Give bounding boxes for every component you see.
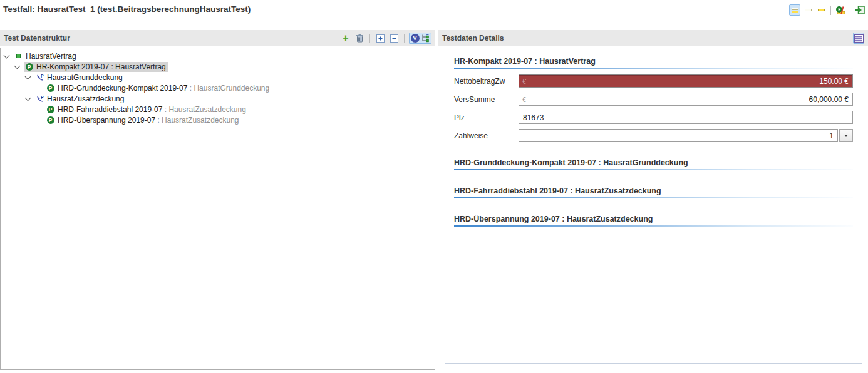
tree-item[interactable]: PHR-Kompakt 2019-07 : HausratVertrag xyxy=(1,61,435,72)
field-row: NettobeitragZw€150.00 € xyxy=(454,74,853,88)
tree-item-label: HausratGrunddeckung xyxy=(47,73,123,82)
field-row: Zahlweise1 xyxy=(454,129,853,142)
tree-item-content[interactable]: PHR-Kompakt 2019-07 : HausratVertrag xyxy=(24,62,168,72)
section-title: HRD-Fahrraddiebstahl 2019-07 : HausratZu… xyxy=(454,186,853,195)
toolbar-separator xyxy=(404,34,405,43)
tree-item-type: : HausratZusatzdeckung xyxy=(162,105,245,114)
tree-item[interactable]: PHRD-Fahrraddiebstahl 2019-07 : HausratZ… xyxy=(1,104,435,115)
tree-item-content[interactable]: PHRD-Grunddeckung-Kompakt 2019-07 : Haus… xyxy=(45,83,271,93)
field-label: VersSumme xyxy=(454,95,519,104)
policy-class-icon xyxy=(14,54,23,58)
section-underline xyxy=(454,169,853,170)
tree-item-label: HR-Kompakt 2019-07 xyxy=(36,63,109,71)
association-icon: P xyxy=(35,74,44,81)
toolbar-separator xyxy=(830,6,831,15)
field-value: 60,000.00 € xyxy=(519,95,852,104)
navigate-to-test-icon[interactable] xyxy=(854,4,865,16)
tree-item-content[interactable]: PHRD-Überspannung 2019-07 : HausratZusat… xyxy=(45,115,241,125)
currency-prefix: € xyxy=(522,78,526,85)
toolbar-separator xyxy=(850,6,850,15)
section-title: HR-Kompakt 2019-07 : HausratVertrag xyxy=(454,57,853,66)
section-title: HRD-Überspannung 2019-07 : HausratZusatz… xyxy=(454,215,853,223)
field-row: Plz81673 xyxy=(454,111,853,124)
chevron-down-icon xyxy=(844,135,848,137)
test-structure-panel: Test Datenstruktur +V HausratVertragPHR-… xyxy=(0,30,435,370)
title-separator xyxy=(0,24,868,24)
page-title: Testfall: HausratTest_1 (test.Beitragsbe… xyxy=(3,4,251,14)
chevron-down-icon[interactable] xyxy=(4,52,10,58)
field-value: 81673 xyxy=(519,113,852,122)
test-structure-title: Test Datenstruktur xyxy=(4,34,70,43)
tree-item-type: : HausratVertrag xyxy=(109,63,166,71)
tree-item[interactable]: PHausratZusatzdeckung xyxy=(1,93,435,104)
section-underline xyxy=(454,197,853,198)
field-value: 150.00 € xyxy=(519,77,852,86)
details-box: HR-Kompakt 2019-07 : HausratVertragNetto… xyxy=(445,48,862,364)
test-details-toolbar xyxy=(853,33,864,44)
tree-item-label: HRD-Fahrraddiebstahl 2019-07 xyxy=(58,105,162,114)
field-label: Plz xyxy=(454,113,519,122)
tree-item-content[interactable]: HausratVertrag xyxy=(13,51,78,61)
test-structure-toolbar: +V xyxy=(340,33,431,44)
nettobeitragzw-field[interactable]: €150.00 € xyxy=(519,74,853,88)
chevron-down-icon[interactable] xyxy=(25,95,31,101)
test-details-panel: Testdaten Details HR-Kompakt 2019-07 : H… xyxy=(438,30,868,364)
tree-item-type: : HausratZusatzdeckung xyxy=(155,116,239,125)
chevron-down-icon[interactable] xyxy=(25,73,31,79)
chevron-down-icon[interactable] xyxy=(14,63,21,69)
layout-split-icon[interactable] xyxy=(789,4,800,16)
test-details-header: Testdaten Details xyxy=(438,30,868,46)
tree-item-label: HRD-Überspannung 2019-07 xyxy=(58,116,155,125)
layout-bottom-pane-icon[interactable] xyxy=(815,4,827,16)
association-icon: P xyxy=(35,95,44,103)
tree-item[interactable]: PHRD-Grunddeckung-Kompakt 2019-07 : Haus… xyxy=(1,83,435,93)
section-title: HRD-Grunddeckung-Kompakt 2019-07 : Hausr… xyxy=(454,158,853,167)
expand-all-icon[interactable] xyxy=(375,33,386,44)
show-associations-icon[interactable] xyxy=(420,33,431,44)
svg-text:P: P xyxy=(41,74,44,78)
plz-field[interactable]: 81673 xyxy=(519,111,853,124)
tree-item-content[interactable]: PHRD-Fahrraddiebstahl 2019-07 : HausratZ… xyxy=(45,105,248,115)
product-cmpt-icon: P xyxy=(24,63,34,71)
field-label: NettobeitragZw xyxy=(454,77,519,86)
field-label: Zahlweise xyxy=(454,131,519,140)
delete-icon[interactable] xyxy=(354,33,365,44)
test-structure-tree: HausratVertragPHR-Kompakt 2019-07 : Haus… xyxy=(0,48,435,370)
product-cmpt-icon: P xyxy=(46,84,55,92)
window-toolbar xyxy=(789,4,865,16)
verssumme-field[interactable]: €60,000.00 € xyxy=(519,93,853,106)
toolbar-separator xyxy=(369,34,370,43)
product-cmpt-icon: P xyxy=(46,106,55,113)
svg-text:P: P xyxy=(41,95,44,100)
tree-item-type: : HausratGrunddeckung xyxy=(187,84,269,93)
show-values-icon[interactable]: V xyxy=(409,33,420,44)
section-underline xyxy=(454,68,853,69)
zahlweise-field[interactable]: 1 xyxy=(519,129,838,142)
tree-item[interactable]: PHausratGrunddeckung xyxy=(1,72,435,83)
test-details-title: Testdaten Details xyxy=(442,34,504,43)
tree-item-label: HausratVertrag xyxy=(26,52,76,61)
tree-item[interactable]: HausratVertrag xyxy=(1,51,435,61)
run-test-icon[interactable] xyxy=(835,4,846,16)
dropdown-button[interactable] xyxy=(839,129,853,142)
section-underline xyxy=(454,225,853,227)
currency-prefix: € xyxy=(522,96,526,103)
tree-item-label: HRD-Grunddeckung-Kompakt 2019-07 xyxy=(58,84,187,93)
collapse-all-icon[interactable] xyxy=(388,33,400,44)
test-structure-header: Test Datenstruktur +V xyxy=(0,30,435,46)
section-layout-icon[interactable] xyxy=(853,33,864,44)
tree-item[interactable]: PHRD-Überspannung 2019-07 : HausratZusat… xyxy=(1,115,435,125)
product-cmpt-icon: P xyxy=(46,116,55,124)
tree-item-content[interactable]: PHausratGrunddeckung xyxy=(34,73,125,83)
field-row: VersSumme€60,000.00 € xyxy=(454,93,853,106)
field-value: 1 xyxy=(519,131,837,140)
add-icon[interactable]: + xyxy=(340,33,351,44)
tree-item-label: HausratZusatzdeckung xyxy=(47,95,124,103)
layout-top-pane-icon[interactable] xyxy=(802,4,814,16)
tree-item-content[interactable]: PHausratZusatzdeckung xyxy=(34,94,126,104)
